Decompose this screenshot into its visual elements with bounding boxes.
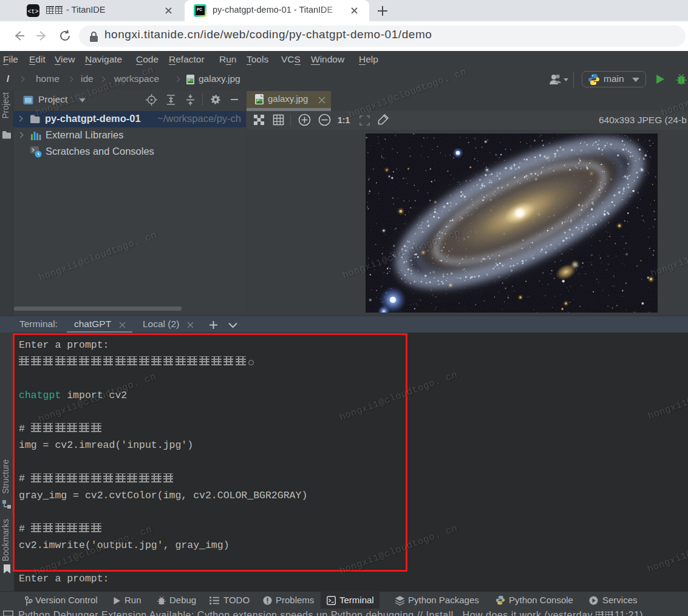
svg-text:<t>: <t> (27, 8, 38, 15)
svg-text:PC: PC (197, 7, 202, 12)
